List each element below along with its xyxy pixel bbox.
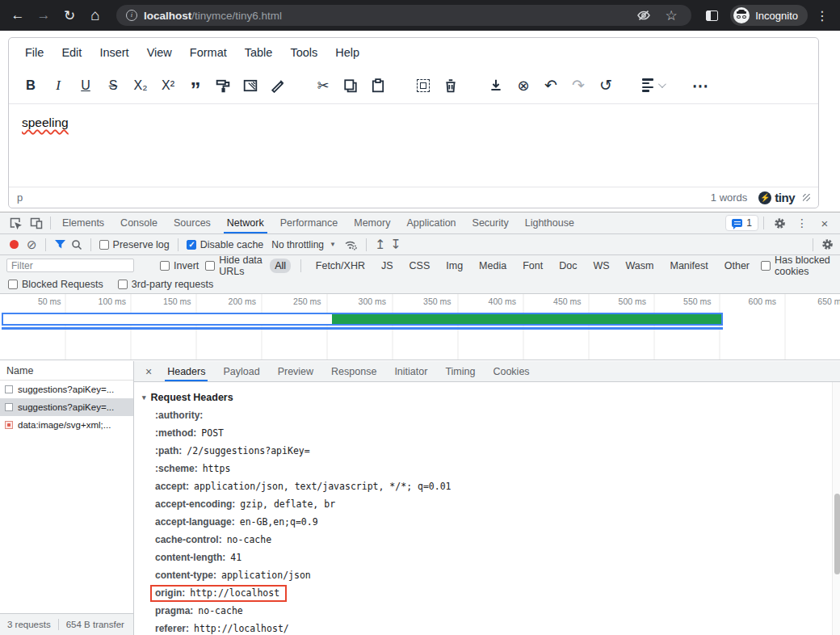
browser-menu-icon[interactable]: ⋮ (811, 4, 834, 27)
underline-button[interactable]: U (74, 74, 98, 98)
filter-type-wasm[interactable]: Wasm (621, 259, 659, 273)
tab-lighthouse[interactable]: Lighthouse (517, 212, 582, 233)
tab-payload[interactable]: Payload (214, 361, 268, 381)
clear-icon[interactable]: ⊘ (27, 238, 37, 250)
resize-grip[interactable] (803, 194, 810, 201)
third-party-checkbox[interactable] (118, 280, 128, 289)
devtools-menu-icon[interactable]: ⋮ (792, 215, 813, 231)
bold-button[interactable]: B (19, 74, 43, 98)
select-all-icon[interactable] (411, 74, 435, 98)
close-details-icon[interactable]: × (139, 365, 158, 378)
tiny-brand[interactable]: ⚡ tiny (758, 191, 795, 204)
site-info-icon[interactable]: i (126, 10, 137, 21)
restore-draft-icon[interactable]: ↺ (594, 74, 618, 98)
filter-type-fetch-xhr[interactable]: Fetch/XHR (311, 259, 370, 273)
word-count[interactable]: 1 words (711, 191, 748, 204)
incognito-badge[interactable]: Incognito (730, 5, 808, 26)
inspect-element-icon[interactable] (5, 215, 26, 231)
filter-type-ws[interactable]: WS (588, 259, 614, 273)
redo-icon[interactable]: ↷ (566, 74, 590, 98)
hide-data-urls-checkbox[interactable] (205, 261, 215, 271)
tab-application[interactable]: Application (398, 212, 464, 233)
superscript-button[interactable]: X² (156, 74, 180, 98)
subscript-button[interactable]: X₂ (128, 74, 153, 98)
scrollbar[interactable] (832, 382, 840, 635)
delete-icon[interactable] (439, 74, 463, 98)
filter-type-manifest[interactable]: Manifest (665, 259, 712, 273)
settings-gear-icon[interactable] (769, 215, 790, 231)
request-row-selected[interactable]: suggestions?apiKey=... (0, 398, 133, 416)
filter-type-js[interactable]: JS (376, 259, 398, 273)
tab-preview[interactable]: Preview (269, 361, 322, 381)
menu-format[interactable]: Format (181, 42, 236, 63)
strikethrough-button[interactable]: S (101, 74, 125, 98)
tab-response[interactable]: Response (322, 361, 385, 381)
cut-icon[interactable]: ✂ (311, 74, 335, 98)
reload-icon[interactable]: ↻ (58, 4, 81, 27)
password-hidden-eye-icon[interactable] (633, 5, 654, 26)
filter-type-font[interactable]: Font (518, 259, 548, 273)
third-party-toggle[interactable]: 3rd-party requests (118, 279, 213, 290)
undo-icon[interactable]: ↶ (539, 74, 563, 98)
fill-image-icon[interactable] (238, 74, 262, 98)
editor-content-area[interactable]: speeling (9, 104, 818, 187)
filter-type-other[interactable]: Other (720, 259, 754, 273)
issues-counter[interactable]: 1 (725, 215, 758, 231)
copy-icon[interactable] (338, 74, 363, 98)
device-toolbar-icon[interactable] (26, 215, 47, 231)
address-bar[interactable]: i localhost/tinymce/tiny6.html ☆ (116, 5, 691, 26)
request-row[interactable]: data:image/svg+xml;... (0, 416, 133, 434)
side-panel-icon[interactable] (701, 5, 722, 26)
tab-elements[interactable]: Elements (54, 212, 112, 233)
home-icon[interactable]: ⌂ (84, 4, 107, 27)
blocked-requests-toggle[interactable]: Blocked Requests (8, 279, 103, 290)
align-dropdown-button[interactable] (639, 74, 667, 98)
tab-console[interactable]: Console (112, 212, 166, 233)
filter-type-css[interactable]: CSS (405, 259, 435, 273)
save-icon[interactable] (484, 74, 508, 98)
tab-timing[interactable]: Timing (436, 361, 484, 381)
blocked-requests-checkbox[interactable] (8, 280, 18, 289)
tab-initiator[interactable]: Initiator (385, 361, 436, 381)
throttling-select[interactable]: No throttling ▼ (268, 239, 339, 250)
format-painter-icon[interactable] (211, 74, 235, 98)
tab-performance[interactable]: Performance (272, 212, 346, 233)
preserve-log-toggle[interactable]: Preserve log (99, 239, 170, 250)
search-icon[interactable] (71, 239, 82, 250)
menu-help[interactable]: Help (326, 42, 368, 63)
tab-headers[interactable]: Headers (158, 361, 214, 381)
disable-cache-toggle[interactable]: Disable cache (187, 239, 264, 250)
tab-network[interactable]: Network (219, 212, 272, 233)
back-icon[interactable]: ← (6, 4, 29, 27)
filter-type-img[interactable]: Img (441, 259, 468, 273)
preserve-log-checkbox[interactable] (99, 240, 109, 250)
scrollbar-thumb[interactable] (834, 494, 840, 574)
menu-view[interactable]: View (138, 42, 181, 63)
request-headers-section[interactable]: ▾ Request Headers (142, 389, 832, 406)
filter-type-media[interactable]: Media (474, 259, 511, 273)
paste-icon[interactable] (366, 74, 390, 98)
filter-funnel-icon[interactable] (54, 239, 66, 250)
forward-icon[interactable]: → (32, 4, 55, 27)
italic-button[interactable]: I (46, 74, 70, 98)
network-conditions-icon[interactable] (344, 239, 358, 250)
invert-toggle[interactable]: Invert (160, 260, 199, 271)
more-toolbar-icon[interactable]: ⋯ (688, 74, 712, 98)
cancel-icon[interactable]: ⊗ (511, 74, 536, 98)
invert-checkbox[interactable] (160, 261, 170, 271)
menu-edit[interactable]: Edit (52, 42, 90, 63)
name-column-header[interactable]: Name (0, 361, 133, 381)
network-overview-timeline[interactable]: 50 ms 100 ms 150 ms 200 ms 250 ms 300 ms… (0, 294, 840, 360)
menu-insert[interactable]: Insert (90, 42, 137, 63)
tab-cookies[interactable]: Cookies (484, 361, 538, 381)
import-har-icon[interactable]: ↥ (375, 238, 385, 251)
bookmark-star-icon[interactable]: ☆ (661, 5, 682, 26)
blockquote-button[interactable]: ” (183, 74, 208, 98)
filter-type-all[interactable]: All (270, 259, 291, 273)
brush-icon[interactable] (266, 74, 290, 98)
has-blocked-cookies-checkbox[interactable] (761, 261, 771, 271)
export-har-icon[interactable]: ↧ (390, 238, 401, 251)
menu-file[interactable]: File (16, 42, 52, 63)
filter-input[interactable] (6, 259, 134, 272)
element-path[interactable]: p (17, 191, 711, 204)
